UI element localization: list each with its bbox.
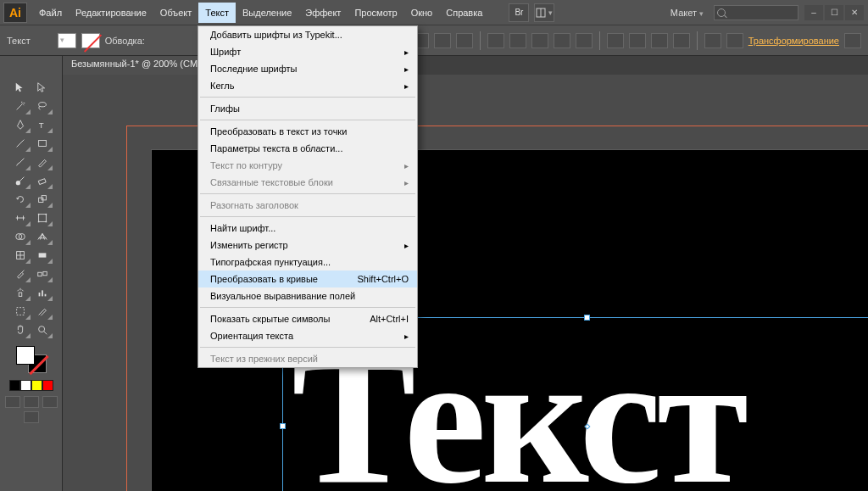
opt-icon[interactable] (554, 33, 570, 48)
foreground-swatch[interactable] (16, 346, 35, 365)
opt-icon[interactable] (509, 33, 526, 48)
artboard-tool[interactable] (9, 302, 31, 321)
menu-item[interactable]: Последние шрифты (198, 60, 417, 77)
eyedropper-tool[interactable] (9, 265, 31, 283)
draw-behind-icon[interactable] (24, 396, 39, 408)
free-transform-tool[interactable] (31, 209, 53, 227)
perspective-grid-tool[interactable] (31, 227, 53, 246)
draw-normal-icon[interactable] (5, 396, 20, 408)
svg-rect-25 (42, 290, 43, 296)
align-center-icon[interactable] (434, 33, 451, 48)
toolbox-header (0, 56, 63, 75)
zoom-tool[interactable] (31, 321, 53, 339)
menu-effect[interactable]: Эффект (298, 3, 348, 23)
menu-separator (200, 216, 415, 217)
symbol-sprayer-tool[interactable] (9, 283, 31, 302)
pen-tool[interactable] (9, 115, 31, 134)
menu-file[interactable]: Файл (32, 3, 69, 23)
opt-icon[interactable] (629, 33, 646, 48)
scale-tool[interactable] (31, 190, 53, 209)
opt-icon[interactable] (531, 33, 548, 48)
main-area: T (0, 75, 868, 491)
opt-icon[interactable] (704, 33, 721, 48)
menu-item[interactable]: Визуальное выравнивание полей (198, 287, 417, 304)
rotate-tool[interactable] (9, 190, 31, 209)
width-tool[interactable] (9, 209, 31, 227)
type-tool[interactable]: T (31, 115, 53, 134)
menu-separator (200, 97, 415, 98)
rectangle-tool[interactable] (31, 134, 53, 153)
color-chip[interactable] (31, 380, 42, 391)
menu-select[interactable]: Выделение (236, 3, 298, 23)
blob-brush-tool[interactable] (9, 171, 31, 190)
menu-item[interactable]: Преобразовать в кривыеShift+Ctrl+O (198, 271, 417, 287)
resize-handle[interactable] (280, 423, 286, 429)
svg-text:T: T (38, 120, 43, 130)
blend-tool[interactable] (31, 265, 53, 283)
menu-item[interactable]: Показать скрытые символыAlt+Ctrl+I (198, 310, 417, 327)
lasso-tool[interactable] (31, 97, 53, 115)
direct-selection-tool[interactable] (31, 78, 53, 97)
gradient-tool[interactable] (31, 246, 53, 265)
transform-link[interactable]: Трансформирование (748, 36, 839, 46)
color-chip[interactable] (9, 380, 20, 391)
shape-builder-tool[interactable] (9, 227, 31, 246)
color-chip[interactable] (20, 380, 31, 391)
arrange-docs-button[interactable] (534, 3, 554, 22)
menu-item[interactable]: Шрифт (198, 43, 417, 60)
opt-icon[interactable] (844, 33, 861, 48)
fill-stroke-proxy[interactable] (14, 344, 48, 375)
menu-item[interactable]: Параметры текста в области... (198, 140, 417, 157)
resize-handle[interactable] (584, 315, 590, 321)
window-maximize-button[interactable]: ☐ (825, 5, 843, 20)
window-close-button[interactable]: ✕ (845, 5, 864, 20)
menu-item[interactable]: Глифы (198, 100, 417, 117)
menu-item[interactable]: Изменить регистр (198, 237, 417, 254)
bridge-button[interactable]: Br (509, 3, 529, 22)
stroke-swatch[interactable] (81, 33, 100, 48)
opt-icon[interactable] (576, 33, 593, 48)
hand-tool[interactable] (9, 321, 31, 339)
color-chip[interactable] (42, 380, 53, 391)
stroke-label: Обводка: (105, 36, 145, 46)
svg-rect-10 (38, 215, 46, 222)
slice-tool[interactable] (31, 302, 53, 321)
line-tool[interactable] (9, 134, 31, 153)
opt-icon[interactable] (726, 33, 743, 48)
menu-view[interactable]: Просмотр (348, 3, 403, 23)
opt-icon[interactable] (487, 33, 504, 48)
menu-edit[interactable]: Редактирование (69, 3, 153, 23)
column-graph-tool[interactable] (31, 283, 53, 302)
window-minimize-button[interactable]: – (804, 5, 823, 20)
menu-type[interactable]: Текст (198, 3, 236, 23)
opt-icon[interactable] (651, 33, 668, 48)
menu-object[interactable]: Объект (153, 3, 198, 23)
svg-point-2 (38, 103, 46, 107)
menu-item-shortcut: Shift+Ctrl+O (357, 274, 409, 284)
canvas[interactable]: Текст (63, 75, 868, 491)
selection-tool[interactable] (9, 78, 31, 97)
workspace-switcher[interactable]: Макет (665, 8, 709, 18)
menu-help[interactable]: Справка (439, 3, 489, 23)
menu-separator (200, 120, 415, 120)
search-input[interactable] (714, 5, 798, 20)
magic-wand-tool[interactable] (9, 97, 31, 115)
draw-inside-icon[interactable] (42, 396, 58, 408)
align-right-icon[interactable] (456, 33, 473, 48)
menu-item[interactable]: Добавить шрифты из Typekit... (198, 26, 417, 43)
eraser-tool[interactable] (31, 171, 53, 190)
mesh-tool[interactable] (9, 246, 31, 265)
screen-mode-icon[interactable] (24, 411, 39, 423)
opt-icon[interactable] (673, 33, 690, 48)
menu-item[interactable]: Найти шрифт... (198, 220, 417, 237)
menu-item[interactable]: Кегль (198, 77, 417, 94)
menu-window[interactable]: Окно (404, 3, 440, 23)
svg-rect-26 (44, 294, 46, 297)
menu-item[interactable]: Ориентация текста (198, 327, 417, 344)
menu-item[interactable]: Типографская пунктуация... (198, 254, 417, 271)
menu-item[interactable]: Преобразовать в текст из точки (198, 123, 417, 140)
fill-swatch[interactable] (58, 33, 76, 48)
paintbrush-tool[interactable] (9, 153, 31, 171)
pencil-tool[interactable] (31, 153, 53, 171)
opt-icon[interactable] (607, 33, 624, 48)
